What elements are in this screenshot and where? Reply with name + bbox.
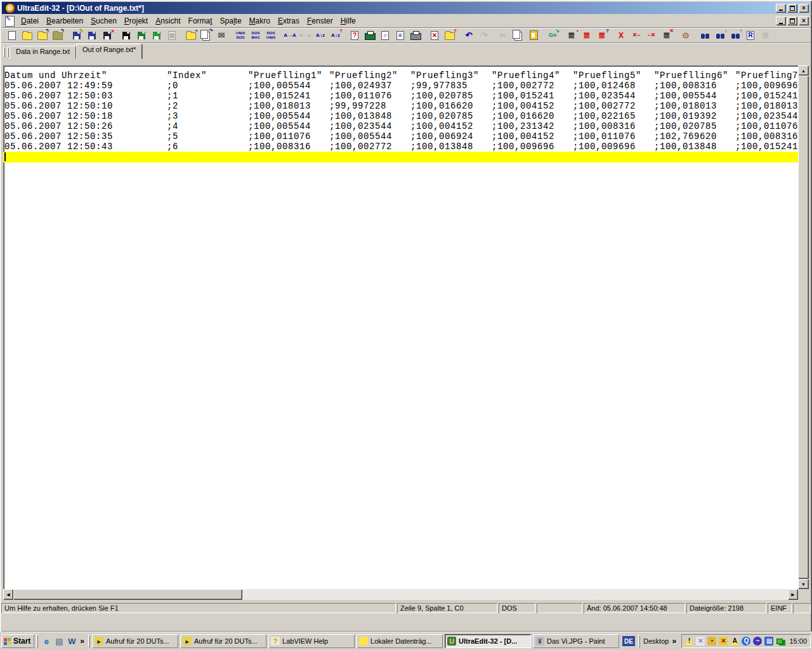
menu-item-format[interactable]: Format bbox=[185, 15, 216, 27]
vertical-scrollbar[interactable]: ▲ ▼ bbox=[798, 65, 809, 589]
child-close-button[interactable]: × bbox=[799, 17, 809, 25]
menu-item-ansicht[interactable]: Ansicht bbox=[152, 15, 184, 27]
to-uppercase-icon[interactable]: A→A bbox=[282, 29, 298, 42]
child-restore-button[interactable] bbox=[787, 17, 797, 25]
page-setup-icon[interactable]: ≡ bbox=[393, 29, 408, 42]
menu-item-projekt[interactable]: Projekt bbox=[121, 15, 152, 27]
paste-icon[interactable] bbox=[526, 29, 541, 42]
find-prev-icon[interactable]: ↑ bbox=[728, 29, 743, 42]
open-recent-icon[interactable]: ? bbox=[442, 29, 457, 42]
spell-check-icon[interactable]: ? bbox=[347, 29, 362, 42]
menu-item-fenster[interactable]: Fenster bbox=[303, 15, 337, 27]
find-next-icon[interactable]: ↓ bbox=[712, 29, 728, 42]
horizontal-scroll-thumb[interactable] bbox=[13, 589, 242, 600]
copy-file-icon[interactable]: ↷ bbox=[199, 29, 214, 42]
task-button-aufruf-f-r-20-duts[interactable]: ▸Aufruf für 20 DUTs... bbox=[92, 634, 178, 648]
desktop-band-chevron[interactable]: » bbox=[670, 637, 678, 646]
lock-icon[interactable]: • bbox=[707, 636, 717, 646]
scroll-left-button[interactable]: ◀ bbox=[3, 589, 13, 600]
warning-a-icon[interactable]: A bbox=[730, 636, 740, 646]
language-indicator[interactable]: DE bbox=[622, 636, 635, 646]
send-mail-icon[interactable]: ✉ bbox=[214, 29, 229, 42]
redo-icon[interactable]: ↷ bbox=[476, 29, 492, 42]
column-mode-icon[interactable]: ≣ bbox=[758, 29, 773, 42]
internet-explorer-icon[interactable]: e bbox=[40, 635, 53, 647]
align-center-icon[interactable]: ≣ bbox=[579, 29, 594, 42]
network-monitors-icon[interactable] bbox=[775, 636, 785, 646]
restore-button[interactable] bbox=[787, 4, 797, 13]
unix-to-dos-icon[interactable]: UNIXDOS bbox=[233, 29, 248, 42]
reformat-paragraph-icon[interactable]: ≣▪ bbox=[564, 29, 579, 42]
find-icon[interactable] bbox=[697, 29, 712, 42]
task-button-lokaler-datentr-g[interactable]: Lokaler Datenträg... bbox=[357, 634, 443, 648]
menu-item-spalte[interactable]: Spalte bbox=[216, 15, 246, 27]
menu-item-makro[interactable]: Makro bbox=[246, 15, 274, 27]
minimize-button[interactable] bbox=[776, 4, 786, 13]
menu-item-suchen[interactable]: Suchen bbox=[87, 15, 121, 27]
document-icon[interactable]: ✎ bbox=[5, 16, 15, 27]
child-minimize-button[interactable] bbox=[776, 17, 786, 25]
ftp-save-icon[interactable] bbox=[84, 29, 100, 42]
print-icon[interactable] bbox=[362, 29, 377, 42]
goto-icon[interactable]: Go↘ bbox=[545, 29, 560, 42]
word-icon[interactable]: W bbox=[65, 635, 78, 647]
horizontal-scrollbar[interactable]: ◀ ▶ bbox=[3, 589, 798, 600]
print-all-icon[interactable] bbox=[408, 29, 423, 42]
close-button[interactable]: × bbox=[799, 4, 809, 13]
editor-viewport[interactable]: Datum und Uhrzeit""Index""Prueflling1""P… bbox=[3, 65, 798, 589]
insert-time-date-icon[interactable]: ⊙ bbox=[678, 29, 693, 42]
display-settings-icon[interactable]: ▤ bbox=[764, 636, 774, 646]
ftp-open-icon[interactable]: ✎ bbox=[69, 29, 84, 42]
open-file-icon[interactable] bbox=[20, 29, 35, 42]
cut-icon[interactable]: ✂ bbox=[495, 29, 511, 42]
favorites-folder-icon[interactable]: + bbox=[183, 29, 199, 42]
desktop-band-label[interactable]: Desktop bbox=[643, 637, 669, 645]
delete-to-eol-icon[interactable]: ✕– bbox=[629, 29, 644, 42]
paragraph-setup-icon[interactable]: ≣? bbox=[594, 29, 610, 42]
delete-file-icon[interactable]: ✕ bbox=[427, 29, 442, 42]
tab-out-of-range-txt[interactable]: Out of Range.txt* bbox=[76, 44, 142, 59]
save-all-icon[interactable] bbox=[134, 29, 149, 42]
quicktime-icon[interactable]: Q bbox=[741, 636, 751, 646]
task-button-aufruf-f-r-20-duts[interactable]: ▸Aufruf für 20 DUTs... bbox=[180, 634, 266, 648]
save-close-icon[interactable]: x bbox=[100, 29, 115, 42]
menu-item-hilfe[interactable]: Hilfe bbox=[337, 15, 360, 27]
usb-unplug-icon[interactable]: ✕ bbox=[695, 636, 705, 646]
application-icon[interactable]: ▤ bbox=[53, 635, 65, 647]
task-button-ultraedit-32-d[interactable]: UUltraEdit-32 - [D... bbox=[445, 634, 531, 648]
scroll-up-button[interactable]: ▲ bbox=[798, 65, 809, 76]
audio-error-icon[interactable]: ✕ bbox=[718, 636, 728, 646]
print-preview-icon[interactable]: ○ bbox=[377, 29, 393, 42]
menu-item-extras[interactable]: Extras bbox=[274, 15, 303, 27]
dos-to-unix-icon[interactable]: DOSUNIX bbox=[263, 29, 278, 42]
copy-icon[interactable] bbox=[511, 29, 526, 42]
warning-triangle-icon[interactable]: ! bbox=[684, 636, 694, 646]
delete-to-sol-icon[interactable]: –✕ bbox=[644, 29, 659, 42]
toolbar-gripper[interactable] bbox=[7, 47, 9, 57]
menu-item-datei[interactable]: Datei bbox=[17, 15, 43, 27]
toolbar-gripper[interactable] bbox=[3, 47, 5, 57]
replace-icon[interactable]: R bbox=[743, 29, 758, 42]
wave-device-icon[interactable]: ~ bbox=[752, 636, 763, 646]
menu-item-bearbeiten[interactable]: Bearbeiten bbox=[43, 15, 87, 27]
scroll-down-button[interactable]: ▼ bbox=[798, 579, 809, 589]
start-button[interactable]: Start bbox=[1, 634, 34, 648]
undo-icon[interactable]: ↶ bbox=[461, 29, 476, 42]
close-all-files-icon[interactable]: ↰ bbox=[50, 29, 65, 42]
close-file-icon[interactable]: ↰ bbox=[35, 29, 50, 42]
scroll-right-button[interactable]: ▶ bbox=[788, 589, 798, 600]
to-lowercase-icon[interactable]: A→a bbox=[298, 29, 313, 42]
revert-file-icon[interactable]: ▦ bbox=[164, 29, 180, 42]
sort-ascending-icon[interactable]: A↓z bbox=[313, 29, 328, 42]
delete-line-icon[interactable]: ≣✕ bbox=[659, 29, 674, 42]
quick-launch-chevron[interactable]: » bbox=[78, 637, 86, 646]
new-file-icon[interactable] bbox=[4, 29, 20, 42]
tab-data-in-range-txt[interactable]: Data in Range.txt bbox=[10, 46, 76, 59]
delete-text-icon[interactable]: X bbox=[613, 29, 629, 42]
task-button-labview-help[interactable]: ?LabVIEW Help bbox=[268, 634, 355, 648]
taskbar-clock[interactable]: 15:00 bbox=[787, 637, 807, 645]
save-copy-icon[interactable] bbox=[149, 29, 164, 42]
sort-options-icon[interactable]: A↓z? bbox=[328, 29, 343, 42]
task-button-das-vi-jpg-paint[interactable]: ¥Das Vi.JPG - Paint bbox=[533, 634, 619, 648]
vertical-scroll-thumb[interactable] bbox=[798, 76, 809, 579]
